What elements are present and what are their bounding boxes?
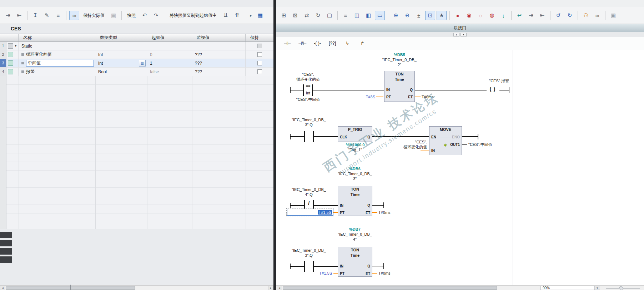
network-comments-icon[interactable]: ▭ (375, 11, 385, 20)
compare-operator[interactable]: == (302, 84, 315, 88)
header-datatype[interactable]: 数据类型 (95, 34, 147, 41)
breakpoint-next-icon[interactable]: ◉ (464, 11, 474, 20)
no-contact-icon[interactable]: ⊣⊢ (281, 39, 294, 48)
empty-box-icon[interactable]: [??] (326, 39, 339, 48)
type-cell[interactable] (95, 42, 147, 50)
jump-back-icon[interactable]: ↩ (514, 11, 524, 20)
no-contact[interactable] (304, 131, 305, 142)
split-horizontal-icon[interactable]: ◫ (352, 11, 362, 20)
split-vertical-icon[interactable]: ◧ (363, 11, 373, 20)
table-row[interactable]: 4 报警 Bool false ??? (0, 68, 273, 76)
timer-db-header[interactable]: %DB7 "IEC_Timer_0_DB_ 4" (328, 227, 382, 242)
monitor-glasses-icon[interactable]: ∞ (592, 11, 602, 20)
open-branch-icon[interactable]: ↳ (341, 39, 354, 48)
panel-splitter[interactable] (273, 0, 276, 290)
go-online-icon[interactable]: ↺ (553, 11, 563, 20)
ton-timer-box[interactable]: TON Time IN Q PT ET (384, 71, 415, 102)
close-branch-icon[interactable]: ↱ (356, 39, 369, 48)
expand-networks-icon[interactable]: ⊕ (391, 11, 401, 20)
update-block-call-icon[interactable]: ↻ (313, 11, 323, 20)
trig-memory-operand[interactable]: %M1000.0 "Tag_1" (330, 142, 381, 152)
outdent-icon[interactable]: ⇤ (537, 11, 547, 20)
add-row-icon[interactable]: ⇤ (14, 11, 24, 20)
start-value-cell[interactable]: 1 (147, 59, 192, 67)
name-cell[interactable]: Static (19, 42, 95, 50)
compare-datatype[interactable]: Int (302, 91, 315, 95)
header-monitorvalue[interactable]: 监视值 (192, 34, 246, 41)
scrollbar-thumb[interactable] (6, 286, 135, 290)
ton-timer-box[interactable]: TON Time IN Q PT ET (338, 186, 372, 216)
snapshot-button[interactable]: 快照 (125, 11, 138, 20)
favorites-toggle-icon[interactable]: ★ (437, 11, 447, 20)
collapse-down-button[interactable]: ▾ (461, 33, 467, 36)
scroll-left-arrow[interactable]: ◂ (277, 286, 282, 290)
pt-value[interactable]: T#1.5S (297, 271, 332, 276)
start-value-cell[interactable]: false (147, 68, 192, 76)
retain-checkbox[interactable] (257, 69, 262, 74)
name-cell[interactable]: 中间值 (19, 59, 95, 67)
type-cell[interactable]: Int ▦ (95, 59, 147, 67)
p-trig-box[interactable]: P_TRIG CLK Q (338, 126, 372, 142)
retain-cell[interactable] (246, 50, 273, 59)
ton-timer-box[interactable]: TON Time IN Q PT ET (338, 247, 372, 277)
copy-start-2-icon[interactable]: ⇈ (232, 11, 242, 20)
table-row-selected[interactable]: 3 中间值 Int ▦ 1 ??? (0, 59, 273, 68)
more-icon[interactable]: ▸ (248, 11, 254, 20)
load-start-values-icon[interactable]: ↧ (30, 11, 40, 20)
ladder-canvas[interactable]: %DB5 "IEC_Timer_0_DB_ 2" "CES". 循环变化的值 =… (276, 50, 644, 285)
keep-actual-values-button[interactable]: 保持实际值 (81, 11, 107, 20)
copy-start-1-icon[interactable]: ⇊ (221, 11, 231, 20)
retain-checkbox[interactable] (257, 61, 262, 65)
go-offline-icon[interactable]: ↻ (565, 11, 575, 20)
coil-icon[interactable]: -( )- (311, 39, 324, 48)
collapse-up-button[interactable]: ▴ (453, 33, 459, 36)
monitor-all-icon[interactable]: ∞ (69, 11, 79, 20)
zoom-slider-handle[interactable] (619, 286, 624, 290)
zoom-caret-icon[interactable]: ▾ (594, 286, 600, 290)
type-cell[interactable]: Int (95, 50, 147, 59)
start-value-cell[interactable] (147, 42, 192, 50)
left-horizontal-scrollbar[interactable]: ◂ ▸ (0, 285, 273, 290)
block-interface-bar[interactable]: 块接口 (276, 24, 644, 32)
et-value[interactable]: T#0ms (422, 94, 434, 99)
move-box[interactable]: MOVE EN ENO ∗ OUT1 IN (429, 126, 462, 155)
header-startvalue[interactable]: 起始值 (147, 34, 192, 41)
edit-start-values-icon[interactable]: ✎ (42, 11, 52, 20)
table-row[interactable]: 2 循环变化的值 Int 0 ??? (0, 50, 273, 59)
pt-value-edit-field[interactable]: T#1.5S (287, 209, 333, 216)
watch-table-icon[interactable]: ▦ (255, 11, 265, 20)
download-icon[interactable]: ↓ (498, 11, 508, 20)
scroll-left-arrow[interactable]: ◂ (0, 286, 5, 290)
timer-db-header[interactable]: %DB5 "IEC_Timer_0_DB_ 2" (371, 52, 428, 67)
indent-icon[interactable]: ⇥ (526, 11, 536, 20)
pt-value[interactable]: T#3S (341, 94, 375, 99)
scroll-right-arrow[interactable]: ▸ (268, 286, 273, 290)
row-icon-cell[interactable]: ▼ (6, 42, 19, 50)
zoom-select[interactable]: 90% ▾ (540, 286, 600, 290)
type-selector-button[interactable]: ▦ (139, 60, 146, 67)
compare-operand-2[interactable]: "CES".中间值 (282, 97, 334, 102)
header-name[interactable]: 名称 (19, 34, 95, 41)
status-display-icon[interactable]: ⊡ (425, 11, 435, 20)
right-horizontal-scrollbar[interactable]: ◂ 90% ▾ (276, 285, 644, 290)
expander-icon[interactable]: ▼ (14, 44, 17, 48)
retain-cell[interactable] (246, 68, 273, 76)
start-value-cell[interactable]: 0 (147, 50, 192, 59)
collapse-networks-icon[interactable]: ⊖ (402, 11, 412, 20)
delete-network-icon[interactable]: ⊠ (290, 11, 300, 20)
breakpoint-delete-icon[interactable]: ◌ (476, 11, 485, 20)
timer-db-header[interactable]: %DB6 "IEC_Timer_0_DB_ 3" (328, 166, 382, 181)
nc-contact-icon[interactable]: ⊣/⊢ (296, 39, 309, 48)
insert-network-icon[interactable]: ⊞ (279, 11, 289, 20)
contact-operand[interactable]: "IEC_Timer_0_DB_ 4".Q (283, 187, 334, 197)
et-value[interactable]: T#0ms (378, 271, 391, 276)
header-retain[interactable]: 保持 (246, 34, 273, 41)
freeze-icon[interactable]: ▣ (109, 11, 119, 20)
copy-snapshot-1-icon[interactable]: ↶ (140, 11, 150, 20)
absolute-operands-icon[interactable]: ≡ (341, 11, 351, 20)
table-row-static[interactable]: 1 ▼ Static (0, 42, 273, 50)
compare-operand-1[interactable]: "CES". 循环变化的值 (282, 72, 334, 82)
user-filter-icon[interactable]: ⚇ (581, 11, 591, 20)
et-value[interactable]: T#0ms (378, 210, 391, 215)
retain-checkbox[interactable] (257, 52, 262, 57)
